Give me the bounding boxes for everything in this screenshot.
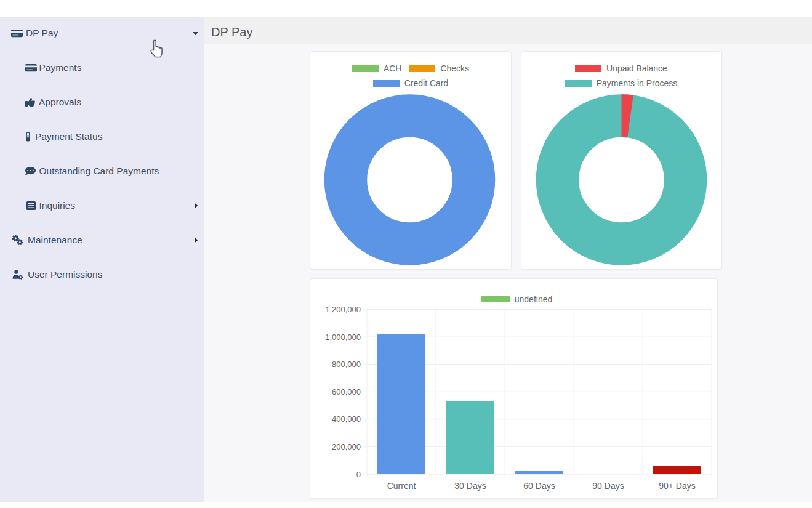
svg-text:400,000: 400,000 — [332, 414, 361, 424]
svg-text:1,200,000: 1,200,000 — [325, 305, 361, 314]
svg-text:90+ Days: 90+ Days — [659, 481, 696, 491]
svg-text:800,000: 800,000 — [332, 360, 361, 369]
svg-text:30 Days: 30 Days — [454, 481, 486, 491]
svg-text:60 Days: 60 Days — [523, 481, 555, 491]
svg-text:Current: Current — [387, 481, 416, 491]
svg-text:90 Days: 90 Days — [592, 481, 624, 491]
svg-text:1,000,000: 1,000,000 — [325, 333, 361, 342]
svg-text:600,000: 600,000 — [332, 387, 361, 397]
svg-text:200,000: 200,000 — [332, 442, 361, 451]
svg-text:0: 0 — [356, 470, 361, 479]
